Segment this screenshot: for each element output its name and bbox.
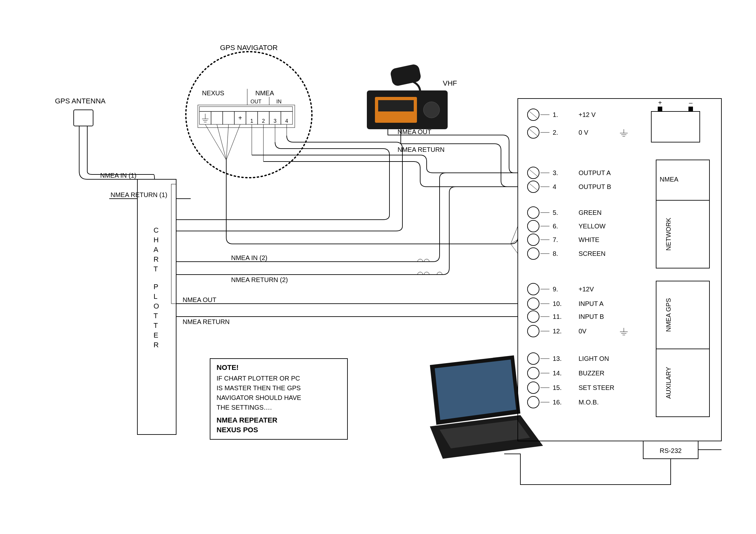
svg-text:O: O bbox=[153, 302, 159, 310]
svg-line-31 bbox=[511, 244, 518, 254]
nmea-return-2-label: NMEA RETURN (2) bbox=[231, 276, 288, 283]
note-l3: NAVIGATOR SHOULD HAVE bbox=[217, 394, 301, 401]
terminal-pin-num: 7. bbox=[553, 236, 558, 243]
terminal-pin-5: 5.GREEN bbox=[527, 207, 602, 218]
terminal-pin-15: 15.SET STEER bbox=[527, 382, 614, 394]
terminal-pin-num: 1. bbox=[553, 111, 558, 118]
laptop-icon bbox=[430, 355, 543, 459]
terminal-pin-label: GREEN bbox=[579, 209, 602, 216]
gps-antenna-label: GPS ANTENNA bbox=[55, 97, 106, 105]
battery-icon: + – bbox=[651, 99, 700, 142]
terminal-pin-num: 8. bbox=[553, 250, 558, 257]
note-b1: NMEA REPEATER bbox=[217, 416, 277, 424]
nmea-in-1-label: NMEA IN (1) bbox=[100, 172, 136, 179]
cp-nmea-out-label: NMEA OUT bbox=[183, 296, 216, 303]
vhf-nmea-out-label: NMEA OUT bbox=[397, 128, 431, 135]
terminal-pin-label: INPUT B bbox=[579, 313, 604, 320]
terminal-pin-label: M.O.B. bbox=[579, 399, 599, 406]
battery-plus: + bbox=[658, 99, 662, 106]
svg-rect-70 bbox=[688, 107, 693, 112]
svg-point-91 bbox=[527, 234, 539, 245]
terminal-pin-label: WHITE bbox=[579, 236, 599, 243]
wiring-diagram: GPS ANTENNA GPS NAVIGATOR NEXUS NMEA OUT… bbox=[0, 0, 756, 534]
terminal-pin-num: 3. bbox=[553, 169, 558, 176]
svg-text:P: P bbox=[153, 283, 158, 291]
svg-rect-20 bbox=[200, 107, 292, 112]
terminal-pin-11: 11.INPUT B bbox=[527, 311, 604, 322]
group-network: NETWORK bbox=[665, 217, 672, 251]
terminal-pin-9: 9.+12V bbox=[527, 283, 594, 295]
terminal-pin-label: +12V bbox=[579, 286, 594, 293]
svg-text:R: R bbox=[153, 341, 159, 349]
svg-text:+: + bbox=[238, 114, 242, 121]
svg-point-95 bbox=[527, 283, 539, 295]
svg-point-87 bbox=[527, 207, 539, 218]
svg-rect-68 bbox=[651, 112, 700, 142]
svg-rect-38 bbox=[171, 184, 176, 304]
terminal-pin-label: 0V bbox=[579, 328, 587, 335]
terminal-pin-num: 15. bbox=[553, 384, 562, 391]
svg-rect-13 bbox=[223, 112, 234, 124]
svg-rect-65 bbox=[656, 200, 710, 268]
terminal-pin-4: 4OUTPUT B bbox=[527, 181, 611, 192]
svg-text:E: E bbox=[153, 331, 158, 339]
nexus-label: NEXUS bbox=[202, 89, 224, 97]
nav-pin-2: 2 bbox=[262, 118, 265, 124]
svg-rect-12 bbox=[211, 112, 223, 124]
terminal-pin-num: 9. bbox=[553, 286, 558, 293]
terminal-pin-label: SCREEN bbox=[579, 250, 606, 257]
terminal-pin-num: 11. bbox=[553, 313, 562, 320]
note-l2: IS MASTER THEN THE GPS bbox=[217, 384, 301, 392]
svg-text:R: R bbox=[153, 255, 159, 263]
note-box: NOTE! IF CHART PLOTTER OR PC IS MASTER T… bbox=[210, 359, 347, 439]
terminal-pin-2: 2.0 V bbox=[527, 127, 628, 138]
gps-navigator-label: GPS NAVIGATOR bbox=[220, 44, 278, 52]
battery-minus: – bbox=[689, 99, 693, 106]
terminal-pin-num: 2. bbox=[553, 129, 558, 136]
terminal-pin-16: 16.M.O.B. bbox=[527, 396, 599, 408]
nmea-label: NMEA bbox=[255, 89, 274, 97]
terminal-pin-num: 16. bbox=[553, 399, 562, 406]
note-title: NOTE! bbox=[217, 364, 238, 371]
svg-text:L: L bbox=[153, 292, 157, 300]
svg-point-111 bbox=[527, 382, 539, 394]
group-nmea-gps: NMEA GPS bbox=[665, 298, 672, 332]
gps-navigator: GPS NAVIGATOR NEXUS NMEA OUT IN bbox=[186, 44, 312, 178]
terminal-block: NMEA NETWORK NMEA GPS AUXILARY + – 1.+12… bbox=[518, 98, 721, 441]
terminal-pin-label: INPUT A bbox=[579, 300, 604, 307]
svg-point-35 bbox=[423, 102, 440, 118]
in-label: IN bbox=[276, 99, 282, 104]
svg-point-89 bbox=[527, 220, 539, 232]
nav-pin-1: 1 bbox=[251, 118, 254, 124]
svg-point-97 bbox=[527, 298, 539, 310]
svg-text:A: A bbox=[153, 245, 158, 254]
group-auxilary: AUXILARY bbox=[665, 367, 672, 399]
svg-rect-67 bbox=[656, 349, 710, 417]
out-label: OUT bbox=[251, 99, 261, 104]
svg-text:H: H bbox=[153, 236, 159, 244]
terminal-pin-8: 8.SCREEN bbox=[527, 248, 606, 259]
terminal-pin-label: 0 V bbox=[579, 129, 589, 136]
terminal-pin-3: 3.OUTPUT A bbox=[527, 167, 611, 179]
terminal-pin-label: SET STEER bbox=[579, 384, 614, 391]
terminal-pin-num: 13. bbox=[553, 355, 562, 362]
note-l1: IF CHART PLOTTER OR PC bbox=[217, 375, 300, 382]
note-b2: NEXUS POS bbox=[217, 426, 258, 434]
vhf-label: VHF bbox=[443, 79, 457, 87]
nmea-in-2-label: NMEA IN (2) bbox=[231, 254, 267, 261]
gps-antenna: GPS ANTENNA bbox=[55, 97, 154, 179]
terminal-pin-12: 12.0V bbox=[527, 325, 628, 337]
terminal-pin-14: 14.BUZZER bbox=[527, 367, 605, 379]
svg-text:T: T bbox=[153, 265, 158, 273]
svg-point-99 bbox=[527, 311, 539, 322]
nav-pin-3: 3 bbox=[274, 118, 277, 124]
svg-point-101 bbox=[527, 325, 539, 337]
terminal-pin-label: +12 V bbox=[579, 111, 596, 118]
svg-marker-60 bbox=[435, 360, 516, 420]
terminal-pin-label: BUZZER bbox=[579, 369, 605, 377]
group-nmea: NMEA bbox=[660, 176, 678, 183]
terminal-pin-num: 12. bbox=[553, 328, 562, 335]
terminal-pin-num: 4 bbox=[553, 183, 556, 190]
rs232: RS-232 bbox=[504, 441, 721, 485]
terminal-pin-10: 10.INPUT A bbox=[527, 298, 604, 310]
